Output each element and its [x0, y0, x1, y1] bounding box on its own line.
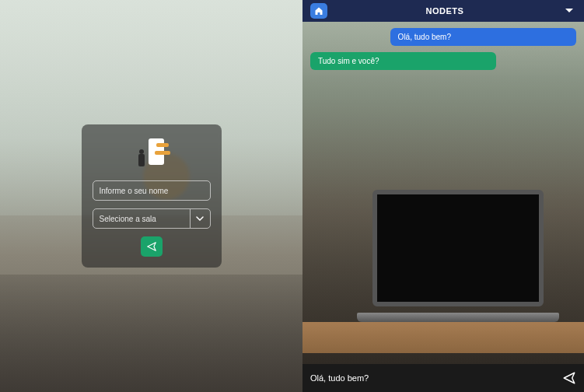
login-card: Selecione a sala [82, 124, 222, 268]
chat-messages: Olá, tudo bem? Tudo sim e você? [302, 22, 584, 364]
login-illustration [133, 138, 170, 170]
chat-bubble-icon [156, 143, 169, 147]
send-icon [146, 241, 157, 252]
message-received: Tudo sim e você? [310, 52, 496, 70]
chat-bubble-icon [155, 151, 170, 155]
send-button[interactable] [562, 371, 576, 385]
chat-title: NODETS [327, 6, 562, 16]
message-sent: Olá, tudo bem? [390, 28, 576, 46]
chat-screen: NODETS Olá, tudo bem? Tudo sim e você? [302, 0, 584, 392]
chat-input-bar [302, 364, 584, 392]
name-input[interactable] [93, 180, 211, 201]
login-screen: Selecione a sala [0, 0, 302, 392]
menu-button[interactable] [562, 8, 576, 14]
send-icon [562, 371, 576, 385]
chevron-down-icon [190, 209, 210, 228]
room-select[interactable]: Selecione a sala [93, 208, 211, 229]
chat-header: NODETS [302, 0, 584, 22]
home-icon [314, 6, 323, 16]
home-button[interactable] [310, 3, 327, 19]
person-icon [138, 149, 145, 168]
room-select-placeholder: Selecione a sala [93, 215, 190, 223]
caret-down-icon [565, 8, 574, 14]
login-submit-button[interactable] [141, 236, 163, 257]
chat-input[interactable] [310, 373, 554, 383]
